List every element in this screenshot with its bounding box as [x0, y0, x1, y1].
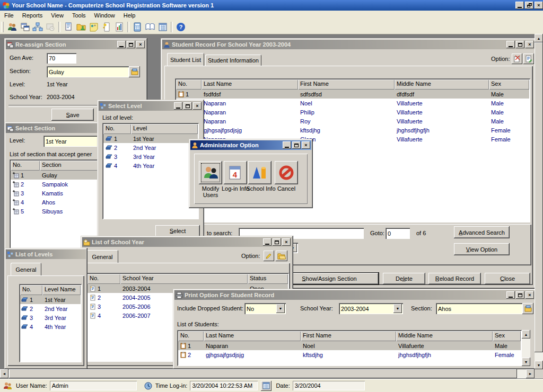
gen-ave-input[interactable] — [47, 53, 76, 64]
edit-record-icon[interactable] — [523, 54, 534, 64]
maximize-button[interactable] — [516, 41, 524, 48]
minimize-button[interactable] — [506, 291, 515, 299]
menu-help[interactable]: Help — [119, 11, 140, 20]
minimize-button[interactable] — [174, 102, 182, 110]
scrollbar-thumb[interactable] — [535, 42, 543, 352]
close-button[interactable]: × — [535, 2, 543, 9]
folder-user-icon[interactable] — [75, 21, 87, 33]
section-input[interactable] — [47, 66, 129, 77]
tab-general[interactable]: General — [86, 250, 118, 263]
administrator-option-title-bar[interactable]: Administrator Option × — [190, 140, 311, 150]
menu-window[interactable]: Window — [90, 11, 119, 20]
chart-icon[interactable] — [113, 21, 125, 33]
restore-button[interactable] — [525, 2, 533, 9]
table-row[interactable]: 1 Naparan Noel Villafuerte Male — [178, 341, 521, 350]
save-button[interactable]: S̲ave — [51, 109, 94, 121]
calendar-icon[interactable] — [261, 381, 272, 391]
network-icon[interactable] — [32, 21, 43, 33]
calendar-icon[interactable] — [157, 21, 169, 33]
browse-section-icon[interactable] — [129, 66, 140, 77]
maximize-button[interactable] — [292, 141, 301, 149]
chevron-down-icon[interactable]: ▼ — [393, 304, 402, 313]
maximize-button[interactable] — [127, 41, 135, 48]
chevron-down-icon[interactable]: ▼ — [276, 304, 285, 313]
mdi-horizontal-scrollbar[interactable]: ◄ ► — [0, 369, 535, 378]
school-info-button[interactable] — [248, 161, 272, 184]
table-row[interactable]: 2 2nd Year — [20, 304, 81, 313]
mdi-vertical-scrollbar[interactable]: ▲ ▼ — [535, 34, 543, 369]
login-info-button[interactable]: 4 — [224, 161, 247, 184]
scroll-right-icon[interactable]: ► — [526, 369, 535, 378]
main-title-bar[interactable]: Your School Name - Computerize School Re… — [0, 0, 543, 11]
table-row[interactable]: 2 gjhgsajfgsdjsjg kftsdjhg jhghsdfjhgfjh… — [178, 350, 521, 359]
select-button[interactable]: S̲elect — [155, 225, 200, 237]
table-row[interactable]: 3 3rd Year — [103, 152, 198, 161]
document-icon[interactable] — [63, 21, 74, 33]
print-option-title-bar[interactable]: Print Option For Student Record × — [174, 290, 535, 300]
cascade-windows-icon[interactable] — [19, 21, 31, 33]
scroll-down-icon[interactable]: ▼ — [535, 361, 543, 369]
help-icon[interactable]: ? — [175, 21, 187, 33]
book-icon[interactable] — [144, 21, 156, 33]
minimize-button[interactable] — [283, 141, 291, 149]
menu-view[interactable]: View — [47, 11, 68, 20]
print-table-scrollbar[interactable]: ▲ ▼ — [522, 330, 530, 366]
school-year-combo[interactable]: 2003-2004 ▼ — [339, 303, 403, 314]
minimize-button[interactable] — [506, 41, 515, 48]
scroll-left-icon[interactable]: ◄ — [0, 369, 8, 378]
minimize-button[interactable] — [117, 41, 126, 48]
school-year-title-bar[interactable]: List of School Year × — [82, 237, 292, 247]
view-option-button[interactable]: V̲iew Option — [454, 243, 510, 255]
close-button[interactable]: × — [526, 291, 534, 299]
reassign-title-bar[interactable]: Re-assign Section × — [6, 40, 146, 49]
tab-general[interactable]: General — [11, 263, 41, 276]
close-button[interactable]: × — [282, 238, 291, 246]
table-row[interactable]: 4 4th Year — [103, 161, 198, 170]
tab-student-list[interactable]: Student List — [167, 53, 204, 66]
minimize-button[interactable] — [515, 2, 524, 9]
maximize-button[interactable] — [183, 102, 192, 110]
print-record-icon[interactable] — [512, 54, 522, 64]
section-input[interactable] — [436, 303, 522, 314]
table-row[interactable]: 1 fsdfdsf sdfsdfsd dfdfsdf Male — [176, 90, 529, 99]
table-row[interactable]: 2 Naparan Noel Villafuerte Male — [176, 99, 529, 108]
calculator-icon[interactable] — [132, 21, 143, 33]
scroll-up-icon[interactable]: ▲ — [522, 330, 530, 338]
tab-student-information[interactable]: Student Information — [205, 55, 261, 66]
notes-icon[interactable] — [88, 21, 100, 33]
open-folder-icon[interactable] — [276, 251, 287, 261]
table-row[interactable]: 2 2nd Year — [103, 143, 198, 152]
table-row[interactable]: 3 3rd Year — [20, 313, 81, 322]
scroll-up-icon[interactable]: ▲ — [535, 34, 543, 42]
goto-input[interactable] — [386, 228, 410, 239]
list-of-levels-title-bar[interactable]: List of Levels — [6, 250, 86, 259]
close-button[interactable]: × — [526, 41, 534, 48]
maximize-button[interactable] — [516, 291, 524, 299]
reload-record-button[interactable]: R̲eload Record — [428, 273, 481, 284]
close-button[interactable]: × — [302, 141, 310, 149]
table-row[interactable]: 5 gjhgsajfgsdjsjg kftsdjhg jhghsdfjhgfjh… — [176, 126, 529, 135]
table-row[interactable]: 1 1st Year — [20, 295, 81, 304]
modify-users-button[interactable] — [199, 161, 222, 184]
scheduler-icon[interactable] — [45, 21, 56, 33]
delete-button[interactable]: Del̲ete — [383, 273, 425, 284]
browse-section-icon[interactable] — [522, 303, 533, 314]
page-settings-icon[interactable] — [101, 21, 112, 33]
scroll-down-icon[interactable]: ▼ — [522, 358, 530, 366]
show-assign-section-button[interactable]: S̲how/Assign Section — [280, 273, 379, 284]
toolbar-grip[interactable] — [1, 22, 4, 32]
menu-reports[interactable]: Reports — [18, 11, 47, 20]
advanced-search-button[interactable]: A̲dvanced Search — [454, 226, 510, 238]
minimize-button[interactable] — [263, 238, 272, 246]
student-record-title-bar[interactable]: Student Record For School Year 2003-2004… — [162, 40, 535, 49]
include-dropped-combo[interactable]: No ▼ — [244, 303, 286, 314]
close-button[interactable]: × — [193, 102, 202, 110]
cancel-button[interactable] — [275, 161, 298, 184]
menu-tools[interactable]: Tools — [68, 11, 90, 20]
table-row[interactable]: 3 Naparan Philip Villafuerte Male — [176, 108, 529, 117]
select-level-title-bar[interactable]: Select Level × — [99, 101, 203, 111]
rename-icon[interactable] — [264, 251, 274, 261]
table-row[interactable]: 4 Naparan Roy Villafuerte Male — [176, 117, 529, 126]
close-button[interactable]: × — [136, 41, 145, 48]
maximize-button[interactable] — [273, 238, 281, 246]
